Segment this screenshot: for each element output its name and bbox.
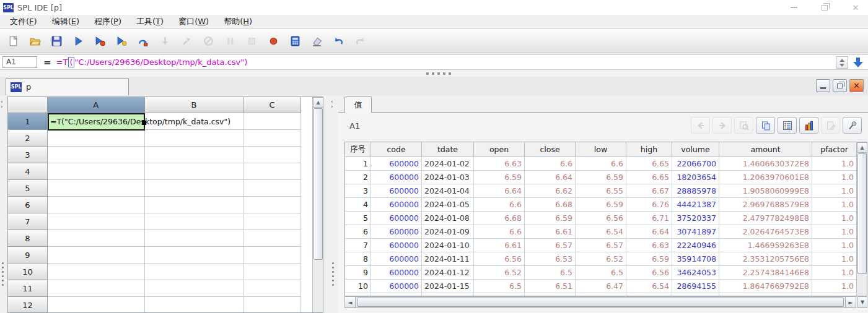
formula-input[interactable]: =T("C:/Users/29636/Desktop/tmp/k_data.cs…: [56, 58, 248, 67]
column-header-B[interactable]: B: [145, 97, 244, 113]
table-header-close[interactable]: close: [525, 142, 576, 157]
table-header-open[interactable]: open: [474, 142, 525, 157]
row-header-10[interactable]: 10: [8, 264, 48, 280]
row-header-11[interactable]: 11: [8, 280, 48, 297]
cell-C8[interactable]: [243, 230, 301, 247]
row-header-1[interactable]: 1: [8, 113, 48, 130]
row-header-6[interactable]: 6: [8, 197, 48, 213]
cell-A2[interactable]: [48, 130, 145, 147]
cell-B8[interactable]: [145, 230, 244, 247]
table-header-low[interactable]: low: [576, 142, 626, 157]
cell-A9[interactable]: [48, 247, 145, 264]
value-tab[interactable]: 值: [344, 96, 372, 113]
table-header-high[interactable]: high: [626, 142, 672, 157]
sheet-close-button[interactable]: ✕: [849, 79, 864, 92]
cell-C3[interactable]: [243, 147, 301, 163]
cell-A6[interactable]: [48, 197, 145, 213]
table-scroll-thumb[interactable]: [857, 153, 867, 274]
debug-run-button[interactable]: [90, 32, 109, 49]
menu-item-help[interactable]: 帮助(H): [216, 14, 260, 30]
cell-A7[interactable]: [48, 213, 145, 230]
cell-C10[interactable]: [243, 264, 301, 280]
hscroll-thumb[interactable]: [357, 298, 844, 307]
menu-item-tool[interactable]: 工具(T): [129, 14, 171, 30]
cell-C12[interactable]: [243, 297, 301, 313]
panel-splitter[interactable]: ‹›: [328, 96, 338, 313]
cell-A4[interactable]: [48, 163, 145, 180]
window-minimize-button[interactable]: [786, 7, 801, 8]
cell-B10[interactable]: [145, 264, 244, 280]
row-header-2[interactable]: 2: [8, 130, 48, 147]
cell-C2[interactable]: [243, 130, 301, 147]
left-collapse-strip[interactable]: ‹›: [0, 96, 7, 313]
cell-B5[interactable]: [145, 180, 244, 197]
editor-tab-p[interactable]: SPL p: [6, 78, 129, 95]
selected-cell-a1[interactable]: =T("C:/Users/29636/Desktop/tmp/k_data.cs…: [48, 113, 145, 131]
cell-A10[interactable]: [48, 264, 145, 280]
row-header-3[interactable]: 3: [8, 147, 48, 163]
cell-B4[interactable]: [145, 163, 244, 180]
cell-C5[interactable]: [243, 180, 301, 197]
window-restore-button[interactable]: [817, 3, 832, 12]
scroll-left-button[interactable]: ◄: [345, 297, 356, 307]
row-header-4[interactable]: 4: [8, 163, 48, 180]
cell-B3[interactable]: [145, 147, 244, 163]
menu-item-file[interactable]: 文件(F): [2, 14, 45, 30]
draw-chart-button[interactable]: [799, 117, 818, 134]
new-file-button[interactable]: [4, 32, 22, 49]
formula-expand-spinner[interactable]: [836, 56, 848, 69]
table-header-pfactor[interactable]: pfactor: [812, 142, 857, 157]
grid-vertical-scrollbar[interactable]: ▲: [312, 97, 323, 313]
grid-scroll-thumb[interactable]: [313, 108, 323, 260]
cell-B6[interactable]: [145, 197, 244, 213]
run-to-cursor-button[interactable]: [112, 32, 131, 49]
cell-B7[interactable]: [145, 213, 244, 230]
open-file-button[interactable]: [25, 32, 44, 49]
menu-item-edit[interactable]: 编辑(E): [45, 14, 87, 30]
save-file-button[interactable]: [47, 32, 66, 49]
formula-dropdown-button[interactable]: [852, 56, 864, 69]
table-header-tdate[interactable]: tdate: [422, 142, 474, 157]
scroll-up-button[interactable]: ▲: [313, 97, 323, 108]
cell-B12[interactable]: [145, 297, 244, 313]
scroll-right-button[interactable]: ►: [845, 297, 856, 307]
menu-item-program[interactable]: 程序(P): [87, 14, 129, 30]
step-over-button[interactable]: [134, 32, 152, 49]
table-scroll-down-button[interactable]: ▼: [857, 296, 867, 308]
sheet-minimize-button[interactable]: [816, 79, 830, 92]
cell-B2[interactable]: [145, 130, 244, 147]
cell-reference-box[interactable]: A1: [2, 56, 37, 68]
table-scroll-up-button[interactable]: ▲: [857, 142, 867, 153]
cell-A12[interactable]: [48, 297, 145, 313]
breakpoint-button[interactable]: [264, 32, 283, 49]
cell-C11[interactable]: [243, 280, 301, 297]
sheet-restore-button[interactable]: [833, 79, 847, 92]
cell-C6[interactable]: [243, 197, 301, 213]
cell-B9[interactable]: [145, 247, 244, 264]
table-horizontal-scrollbar[interactable]: ◄ ►: [344, 296, 856, 308]
fill-handle[interactable]: [142, 121, 146, 125]
data-options-button[interactable]: [778, 117, 797, 134]
table-header-code[interactable]: code: [371, 142, 422, 157]
row-header-9[interactable]: 9: [8, 247, 48, 264]
row-header-8[interactable]: 8: [8, 230, 48, 247]
clear-button[interactable]: [307, 32, 326, 49]
column-header-A[interactable]: A: [48, 97, 145, 113]
undo-button[interactable]: [329, 32, 348, 49]
run-button[interactable]: [69, 32, 87, 49]
column-header-C[interactable]: C: [243, 97, 301, 113]
row-header-5[interactable]: 5: [8, 180, 48, 197]
table-header-volume[interactable]: volume: [672, 142, 719, 157]
table-header-amount[interactable]: amount: [719, 142, 812, 157]
cell-C4[interactable]: [243, 163, 301, 180]
cell-C9[interactable]: [243, 247, 301, 264]
row-header-12[interactable]: 12: [8, 297, 48, 313]
calculate-area-button[interactable]: [286, 32, 304, 49]
cell-B11[interactable]: [145, 280, 244, 297]
window-close-button[interactable]: ✕: [848, 3, 863, 12]
grid-corner-cell[interactable]: [8, 97, 48, 113]
cell-A3[interactable]: [48, 147, 145, 163]
table-header-序号[interactable]: 序号: [345, 142, 371, 157]
pin-button[interactable]: [843, 117, 862, 134]
table-vertical-scrollbar[interactable]: ▲: [856, 142, 867, 296]
